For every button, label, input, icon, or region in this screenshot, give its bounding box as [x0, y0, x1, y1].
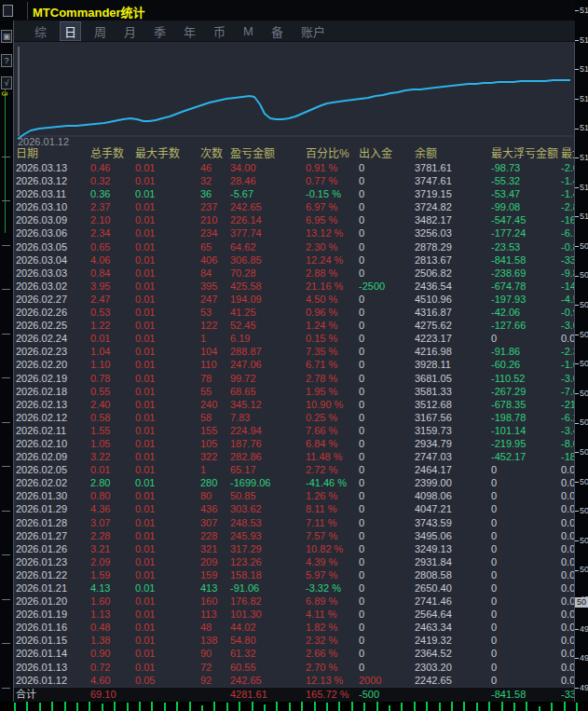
table-row[interactable]: 2026.03.030.840.018470.282.88 %02506.82-…	[13, 267, 575, 280]
row35-date: 2026.01.16	[16, 621, 90, 634]
row15-max_lots: 0.01	[135, 358, 200, 371]
volume-bar	[389, 705, 390, 711]
row19-date: 2026.02.12	[16, 411, 90, 424]
row4-pct: 6.95 %	[306, 213, 359, 226]
row1-count: 32	[200, 174, 230, 187]
table-row[interactable]: 2026.03.023.950.01395425.5821.16 %-25002…	[13, 280, 575, 293]
table-row[interactable]: 2026.01.151.380.0113854.802.32 %02419.32…	[13, 634, 575, 647]
tab-9[interactable]: 账户	[296, 21, 330, 41]
row33-cash: 0	[359, 595, 415, 608]
tab-2[interactable]: 周	[89, 21, 111, 41]
table-row[interactable]: 2026.03.092.100.01210226.146.95 %03482.1…	[13, 213, 575, 226]
table-row[interactable]: 2026.02.180.550.015568.651.95 %03581.33-…	[13, 385, 575, 398]
table-row[interactable]: 2026.02.050.010.01165.172.72 %02464.1700…	[13, 463, 575, 476]
price-scale-tick: 51	[575, 35, 588, 45]
row18-balance: 3512.68	[415, 398, 491, 411]
row18-cash: 0	[359, 398, 415, 411]
row18-max_float_pct: -21.42	[561, 398, 575, 411]
row30-pct: 4.39 %	[306, 555, 359, 568]
row5-pnl: 377.74	[230, 226, 306, 239]
row7-max_float: -841.58	[491, 253, 561, 267]
row5-count: 234	[200, 226, 230, 239]
row34-max_float_pct: 0.00	[561, 608, 575, 621]
current-price-label: 50	[575, 597, 588, 608]
row4-balance: 3482.17	[415, 213, 491, 226]
table-row[interactable]: 2026.02.101.050.01105187.766.84 %02934.7…	[13, 437, 575, 450]
table-row[interactable]: 2026.01.221.590.01159158.185.97 %02808.5…	[13, 568, 575, 581]
row12-pct: 1.24 %	[306, 319, 359, 332]
table-row[interactable]: 2026.01.300.800.018050.851.26 %04098.060…	[13, 489, 575, 502]
table-row[interactable]: 2026.01.124.600.0592242.6512.13 %2000224…	[13, 674, 575, 687]
row15-pct: 6.71 %	[306, 358, 359, 371]
table-row[interactable]: 2026.01.214.130.01413-91.06-3.32 %02650.…	[13, 581, 575, 595]
table-row[interactable]: 2026.01.191.130.01113101.304.11 %02564.6…	[13, 608, 575, 621]
table-row[interactable]: 2026.01.160.480.014844.021.82 %02463.340…	[13, 621, 575, 634]
chart-tool-icon[interactable]: ▣	[1, 30, 12, 43]
volume-bar	[501, 702, 503, 711]
table-row[interactable]: 2026.03.050.650.016564.622.30 %02878.29-…	[13, 240, 575, 253]
table-row[interactable]: 2026.01.294.360.01436303.628.11 %04047.2…	[13, 502, 575, 515]
table-row[interactable]: 2026.02.111.550.01155224.947.66 %03159.7…	[13, 424, 575, 437]
table-row[interactable]: 2026.03.044.060.01406306.8512.24 %02813.…	[13, 253, 575, 267]
table-row[interactable]: 2026.02.022.800.01280-1699.06-41.46 %023…	[13, 476, 575, 489]
row29-max_float_pct: 0.00	[561, 542, 575, 555]
tab-0[interactable]: 综	[30, 21, 51, 41]
tab-7[interactable]: M	[239, 23, 258, 39]
table-row[interactable]: 2026.02.251.220.0112252.451.24 %04275.62…	[13, 319, 575, 332]
row25-lots: 0.80	[90, 489, 135, 502]
table-row[interactable]: 2026.01.283.070.01307248.537.11 %03743.5…	[13, 516, 575, 529]
tab-4[interactable]: 季	[149, 21, 171, 41]
table-row[interactable]: 2026.02.201.100.01110247.066.71 %03928.1…	[13, 358, 575, 371]
row19-max_float_pct: -6.29	[561, 411, 575, 424]
table-row[interactable]: 2026.02.272.470.01247194.094.50 %04510.9…	[13, 293, 575, 306]
row15-cash: 0	[359, 358, 415, 371]
row17-balance: 3581.33	[415, 385, 491, 398]
table-row[interactable]: 2026.02.120.580.01587.830.25 %03167.56-1…	[13, 411, 575, 424]
row15-count: 110	[200, 358, 230, 371]
table-row[interactable]: 2026.02.093.220.01322282.8611.48 %02747.…	[13, 450, 575, 463]
row25-cash: 0	[359, 489, 415, 502]
table-row[interactable]: 2026.01.201.600.01160176.826.89 %02741.4…	[13, 595, 575, 608]
row23-max_float: 0	[491, 463, 561, 476]
tab-8[interactable]: 备	[267, 21, 288, 41]
row38-max_float: 0	[491, 661, 561, 674]
table-row[interactable]: 2026.02.260.530.015341.250.96 %04316.87-…	[13, 306, 575, 319]
row20-lots: 1.55	[90, 424, 135, 437]
table-row[interactable]: 2026.02.132.400.01240345.1210.90 %03512.…	[13, 398, 575, 411]
table-row[interactable]: 2026.01.272.280.01228245.937.57 %03495.0…	[13, 529, 575, 542]
table-row[interactable]: 2026.01.232.090.01209123.264.39 %02931.8…	[13, 555, 575, 568]
confirm-icon[interactable]: √	[1, 76, 12, 89]
tab-3[interactable]: 月	[119, 21, 141, 41]
table-row[interactable]: 2026.02.240.010.0116.190.15 %04223.1700.…	[13, 332, 575, 345]
table-row[interactable]: 2026.01.263.210.01321317.2910.82 %03249.…	[13, 542, 575, 555]
help-icon[interactable]: ?	[1, 54, 12, 67]
window-icon[interactable]	[3, 5, 13, 17]
table-row[interactable]: 2026.03.110.360.0136-5.67-0.15 %03719.15…	[13, 187, 575, 200]
table-row[interactable]: 2026.03.120.320.013228.460.77 %03747.61-…	[13, 174, 575, 187]
table-row[interactable]: 2026.01.130.720.017260.552.70 %02303.200…	[13, 661, 575, 674]
table-row[interactable]: 2026.02.190.780.017899.722.78 %03681.05-…	[13, 372, 575, 385]
row3-pct: 6.97 %	[306, 200, 359, 213]
table-row[interactable]: 2026.02.231.040.01104288.877.35 %04216.9…	[13, 345, 575, 358]
table-row[interactable]: 2026.03.102.370.01237242.656.97 %03724.8…	[13, 200, 575, 213]
table-row[interactable]: 2026.01.140.900.019061.322.66 %02364.520…	[13, 647, 575, 660]
row28-pnl: 245.93	[230, 529, 306, 542]
table-row[interactable]: 2026.03.062.340.01234377.7413.12 %03256.…	[13, 226, 575, 239]
row19-max_lots: 0.01	[135, 411, 200, 424]
row39-pnl: 242.65	[230, 674, 306, 687]
row13-lots: 0.01	[90, 332, 135, 345]
tab-6[interactable]: 币	[209, 21, 230, 41]
header-col-8: 最大浮亏金额	[491, 147, 561, 161]
row3-balance: 3724.82	[415, 200, 491, 213]
table-row[interactable]: 2026.03.130.460.014634.000.91 %03781.61-…	[13, 161, 575, 174]
row22-balance: 2747.03	[415, 450, 491, 463]
tab-5[interactable]: 年	[179, 21, 200, 41]
total-max_lots	[135, 688, 200, 702]
underlying-chart-vertical-label: 3	[0, 91, 9, 96]
price-scale-strip[interactable]: 5151515151515151505050505050505050505050…	[575, 0, 588, 711]
row12-balance: 4275.62	[415, 319, 491, 332]
row20-max_lots: 0.01	[135, 424, 200, 437]
volume-bar	[213, 702, 215, 711]
row12-cash: 0	[359, 319, 415, 332]
tab-1[interactable]: 日	[60, 21, 81, 41]
